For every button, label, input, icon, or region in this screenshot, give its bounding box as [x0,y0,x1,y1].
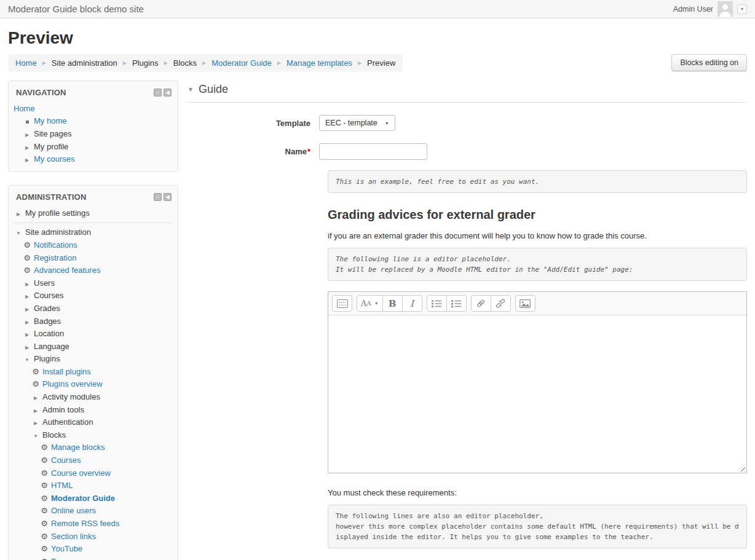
collapse-arrow-icon: ▼ [31,431,41,439]
dock-block-icon[interactable]: ◀ [164,89,172,97]
collapse-arrow-icon: ▼ [22,355,32,363]
administration-block: ADMINISTRATION − ◀ ▶My profile settings▼… [8,185,178,560]
section-collapse-icon[interactable]: ▼ [188,86,194,93]
tree-item-label: Manage blocks [51,443,105,452]
unordered-list-button[interactable] [427,295,447,312]
tree-item-course-overview[interactable]: ⚙Course overview [9,467,178,479]
tree-item-install-plugins[interactable]: ⚙Install plugins [9,365,178,378]
tree-item-activity-modules[interactable]: ▶Activity modules [9,390,178,403]
tree-item-label: Site pages [34,129,71,138]
gear-icon: ⚙ [39,519,49,527]
link-icon [475,299,486,308]
tree-item-registration[interactable]: ⚙Registration [9,251,178,264]
expand-arrow-icon: ▶ [22,143,32,151]
collapse-block-icon[interactable]: − [154,89,162,97]
template-select[interactable]: EEC - template ▼ [319,115,395,131]
collapse-block-icon[interactable]: − [154,193,162,201]
user-avatar[interactable] [717,1,733,17]
tree-item-plugins-overview[interactable]: ⚙Plugins overview [9,378,178,391]
bold-icon: B [389,298,397,309]
html-editor-1: AA▼BI [328,291,747,473]
tree-item-section-links[interactable]: ⚙Section links [9,530,178,543]
unordered-list-icon [431,299,442,308]
tree-item-youtube[interactable]: ⚙YouTube [9,542,178,555]
navigation-block-title: NAVIGATION [16,88,66,97]
tree-item-users[interactable]: ▶Users [9,277,178,290]
dock-block-icon[interactable]: ◀ [164,193,172,201]
tree-item-grades[interactable]: ▶Grades [9,302,178,315]
link-button[interactable] [471,295,491,312]
expand-arrow-icon: ▶ [22,317,32,325]
bold-button[interactable]: B [382,295,403,312]
tree-item-tags[interactable]: ⚙Tags [9,555,178,560]
guide-section-title: Guide [199,83,228,96]
toolbar-button-group [332,295,352,312]
tree-item-blocks[interactable]: ▼Blocks [9,428,178,441]
breadcrumb-item[interactable]: Home [15,58,37,68]
tree-item-courses[interactable]: ▶Courses [9,290,178,302]
gear-icon: ⚙ [39,545,49,553]
expand-arrow-icon: ▶ [31,406,41,414]
name-input[interactable] [319,143,427,160]
tree-item-label: My profile settings [25,208,90,218]
italic-button[interactable]: I [402,295,422,312]
tree-item-remote-rss-feeds[interactable]: ⚙Remote RSS feeds [9,517,178,530]
gear-icon: ⚙ [39,494,49,502]
tree-item-badges[interactable]: ▶Badges [9,315,178,328]
breadcrumb-item[interactable]: Moderator Guide [211,58,272,68]
tree-item-label: Badges [34,317,61,326]
tree-item-plugins[interactable]: ▼Plugins [9,353,178,366]
chevron-down-icon[interactable]: ▼ [737,4,747,14]
unlink-button[interactable] [491,295,511,312]
tree-item-my-home[interactable]: My home [9,115,178,128]
tree-item-label: Admin tools [42,405,84,414]
font-style-icon: AA▼ [361,299,379,308]
user-name[interactable]: Admin User [673,5,713,14]
ordered-list-button[interactable] [446,295,467,312]
expand-arrow-icon: ▶ [22,279,32,287]
gear-icon: ⚙ [31,368,41,376]
editor-content-area[interactable] [328,315,746,473]
template-selected-value: EEC - template [325,119,378,127]
tree-item-moderator-guide[interactable]: ⚙Moderator Guide [9,492,178,505]
expand-arrow-icon: ▶ [22,155,32,163]
tree-item-html[interactable]: ⚙HTML [9,479,178,492]
tree-item-label: My courses [34,154,74,164]
tree-item-notifications[interactable]: ⚙Notifications [9,239,178,251]
tree-item-location[interactable]: ▶Location [9,327,178,340]
collapse-arrow-icon: ▼ [14,228,23,236]
tree-item-language[interactable]: ▶Language [9,340,178,353]
tree-item-my-courses[interactable]: ▶My courses [9,152,178,165]
gear-icon: ⚙ [39,558,49,560]
collapse-toolbar-button[interactable] [332,295,352,312]
tree-item-site-pages[interactable]: ▶Site pages [9,127,178,140]
expand-arrow-icon: ▶ [31,418,41,426]
tree-item-online-users[interactable]: ⚙Online users [9,505,178,518]
tree-item-label: Moderator Guide [51,494,115,503]
tree-item-label: Blocks [42,430,66,440]
tree-item-manage-blocks[interactable]: ⚙Manage blocks [9,441,178,454]
tree-item-site-administration[interactable]: ▼Site administration [9,226,178,239]
guide-section-header[interactable]: ▼ Guide [188,83,747,103]
resize-handle[interactable] [738,464,745,471]
tree-item-admin-tools[interactable]: ▶Admin tools [9,403,178,416]
tree-item-courses[interactable]: ⚙Courses [9,454,178,467]
tree-item-my-profile[interactable]: ▶My profile [9,140,178,153]
image-button[interactable] [515,295,536,312]
blocks-editing-on-button[interactable]: Blocks editing on [671,54,747,71]
tree-item-label: HTML [51,481,73,490]
font-style-button[interactable]: AA▼ [357,295,383,312]
name-label: Name* [188,147,319,156]
tree-item-advanced-features[interactable]: ⚙Advanced features [9,264,178,277]
tree-item-my-profile-settings[interactable]: ▶My profile settings [9,207,178,219]
toolbar-button-group [427,295,467,312]
tree-item-label: Course overview [51,468,111,478]
breadcrumb-item[interactable]: Manage templates [287,58,352,68]
tree-item-label: Notifications [34,240,77,250]
tree-item-authentication[interactable]: ▶Authentication [9,416,178,428]
user-menu[interactable]: Admin User ▼ [673,1,747,17]
breadcrumb-separator-icon: ▶ [164,60,168,66]
tree-item-home[interactable]: Home [9,102,178,115]
chevron-down-icon: ▼ [385,121,389,125]
bullet-icon [22,117,32,125]
